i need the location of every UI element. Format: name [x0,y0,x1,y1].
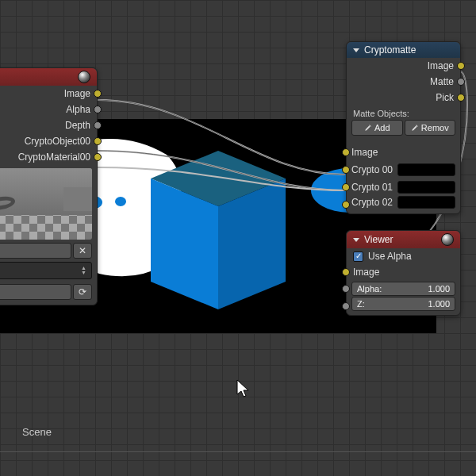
eyedropper-icon [364,124,372,132]
socket-matte-out[interactable] [457,78,465,86]
output-socket-label: Matte [430,76,454,87]
node-title: Viewer [364,234,393,245]
socket-cryptomaterial-out[interactable] [94,153,102,161]
preview-sphere-icon [78,71,90,83]
matte-objects-label: Matte Objects: [347,106,460,120]
output-socket-label: Depth [65,120,90,131]
socket-crypto00-in[interactable] [342,166,350,174]
alpha-label: Alpha: [357,284,428,294]
socket-crypto02-in[interactable] [342,201,350,209]
socket-cryptoobject-out[interactable] [94,137,102,145]
preview-sphere-icon [441,233,454,246]
socket-image-in[interactable] [342,148,350,156]
z-value: 1.000 [428,299,450,309]
svg-point-2 [115,197,126,206]
alpha-value-field[interactable]: Alpha:1.000 [351,282,455,296]
socket-z-in[interactable] [342,302,350,310]
add-label: Add [374,123,390,132]
socket-image-out[interactable] [457,62,465,70]
cryptomatte-header[interactable]: Cryptomatte [347,42,460,58]
render-button[interactable] [0,284,71,300]
viewer-header[interactable]: Viewer [347,231,460,248]
use-alpha-label: Use Alpha [368,251,412,262]
output-socket-label: Image [64,88,90,99]
node-title: Cryptomatte [364,44,416,56]
output-socket-label: Pick [436,92,454,103]
crypto-slot[interactable] [397,196,455,209]
crypto-slot[interactable] [397,163,455,176]
input-socket-label: Crypto 02 [351,197,393,208]
socket-depth-out[interactable] [94,121,102,129]
close-button[interactable]: ✕ [73,243,92,259]
add-matte-button[interactable]: Add [351,120,403,136]
socket-alpha-out[interactable] [94,106,102,113]
render-preview-thumbnail [0,168,92,240]
input-socket-label: Crypto 00 [351,164,393,175]
footer-divider [0,451,476,452]
alpha-value: 1.000 [428,284,450,294]
eyedropper-icon [411,124,419,132]
socket-alpha-in[interactable] [342,285,350,293]
render-layers-node[interactable]: Image Alpha Depth CryptoObject00 CryptoM… [0,67,98,305]
refresh-button[interactable]: ⟳ [73,284,92,300]
render-layers-header[interactable] [0,68,97,86]
cryptomatte-node[interactable]: Cryptomatte Image Matte Pick Matte Objec… [346,41,461,214]
viewer-node[interactable]: Viewer Use Alpha Image Alpha:1.000 Z:1.0… [346,230,461,316]
scene-label: Scene [22,426,52,438]
crypto-slot[interactable] [397,181,455,194]
output-socket-label: Image [428,60,454,71]
socket-image-in[interactable] [342,268,350,276]
output-socket-label: Alpha [66,104,90,115]
input-socket-label: Crypto 01 [351,182,393,193]
input-socket-label: Image [351,147,378,158]
remove-matte-button[interactable]: Remov [405,120,456,136]
input-socket-label: Image [353,267,379,278]
remove-label: Remov [421,123,449,132]
collapse-icon[interactable] [353,238,359,242]
layer-dropdown[interactable]: ▲▼ [0,262,92,279]
collapse-icon[interactable] [353,48,359,52]
mouse-cursor [236,379,252,400]
field-button[interactable] [0,243,71,259]
output-socket-label: CryptoMaterial00 [18,152,90,163]
output-socket-label: CryptoObject00 [25,136,90,147]
socket-image-out[interactable] [94,90,102,98]
use-alpha-checkbox[interactable] [353,251,363,262]
z-value-field[interactable]: Z:1.000 [351,297,455,311]
socket-pick-out[interactable] [457,94,465,102]
socket-crypto01-in[interactable] [342,183,350,191]
z-label: Z: [357,299,428,309]
